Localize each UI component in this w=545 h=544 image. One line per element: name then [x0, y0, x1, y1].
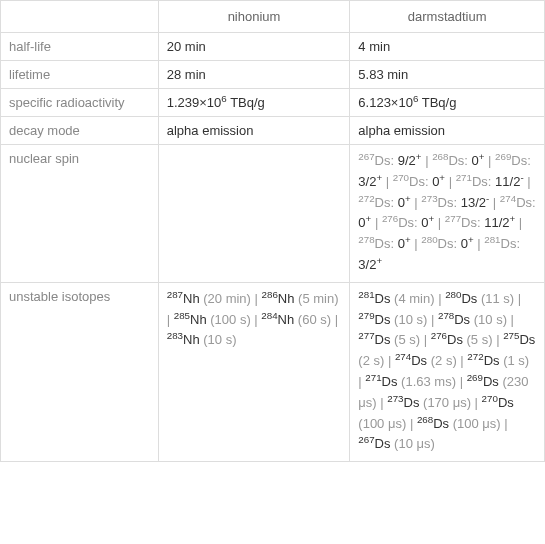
nh-lifetime: 28 min	[158, 61, 350, 89]
ds-half-life: 4 min	[350, 33, 545, 61]
row-unstable-isotopes: unstable isotopes 287Nh (20 min) | 286Nh…	[1, 282, 545, 461]
row-nuclear-spin: nuclear spin 267Ds: 9/2+ | 268Ds: 0+ | 2…	[1, 145, 545, 283]
nh-half-life: 20 min	[158, 33, 350, 61]
header-row: nihonium darmstadtium	[1, 1, 545, 33]
label-specific-radioactivity: specific radioactivity	[1, 89, 159, 117]
label-unstable-isotopes: unstable isotopes	[1, 282, 159, 461]
ds-unstable-isotopes: 281Ds (4 min) | 280Ds (11 s) | 279Ds (10…	[350, 282, 545, 461]
ds-decay-mode: alpha emission	[350, 117, 545, 145]
header-nihonium: nihonium	[158, 1, 350, 33]
nh-nuclear-spin	[158, 145, 350, 283]
label-half-life: half-life	[1, 33, 159, 61]
label-decay-mode: decay mode	[1, 117, 159, 145]
row-decay-mode: decay mode alpha emission alpha emission	[1, 117, 545, 145]
row-half-life: half-life 20 min 4 min	[1, 33, 545, 61]
nh-unstable-isotopes: 287Nh (20 min) | 286Nh (5 min) | 285Nh (…	[158, 282, 350, 461]
properties-table: nihonium darmstadtium half-life 20 min 4…	[0, 0, 545, 462]
header-darmstadtium: darmstadtium	[350, 1, 545, 33]
row-specific-radioactivity: specific radioactivity 1.239×106 TBq/g 6…	[1, 89, 545, 117]
ds-specific-radioactivity: 6.123×106 TBq/g	[350, 89, 545, 117]
ds-lifetime: 5.83 min	[350, 61, 545, 89]
nh-decay-mode: alpha emission	[158, 117, 350, 145]
row-lifetime: lifetime 28 min 5.83 min	[1, 61, 545, 89]
label-nuclear-spin: nuclear spin	[1, 145, 159, 283]
header-empty	[1, 1, 159, 33]
ds-nuclear-spin: 267Ds: 9/2+ | 268Ds: 0+ | 269Ds: 3/2+ | …	[350, 145, 545, 283]
nh-specific-radioactivity: 1.239×106 TBq/g	[158, 89, 350, 117]
label-lifetime: lifetime	[1, 61, 159, 89]
